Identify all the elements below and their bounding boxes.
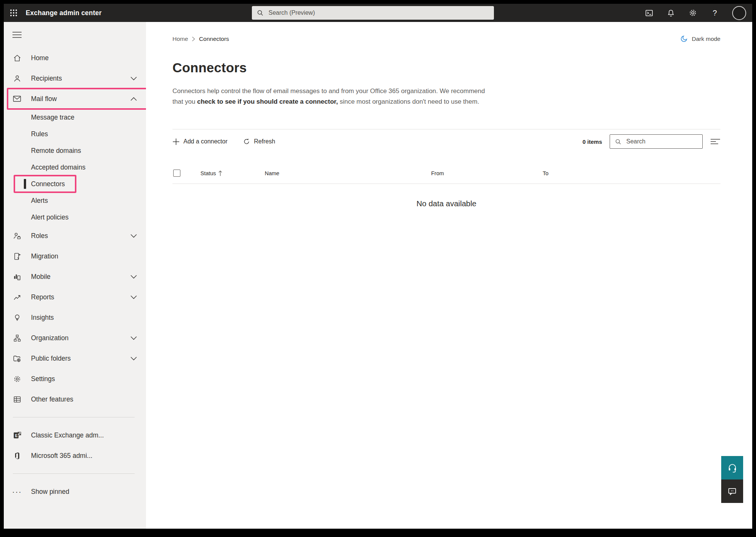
sidebar-item-connectors[interactable]: Connectors	[4, 176, 146, 192]
sidebar-item-alerts[interactable]: Alerts	[4, 192, 146, 209]
left-navigation: Home Recipients	[4, 22, 146, 529]
breadcrumb-current: Connectors	[199, 36, 229, 42]
column-header-name[interactable]: Name	[265, 170, 431, 176]
sidebar-item-mail-flow[interactable]: Mail flow	[4, 89, 146, 109]
sidebar-item-reports[interactable]: Reports	[4, 287, 146, 307]
annotation-highlight-mail-flow	[7, 88, 146, 110]
global-search-input[interactable]: Search (Preview)	[252, 6, 494, 20]
feedback-button[interactable]	[721, 479, 743, 503]
chevron-down-icon	[130, 336, 137, 340]
breadcrumb: Home Connectors	[172, 36, 229, 42]
headset-icon	[727, 463, 737, 473]
help-button[interactable]: ?	[710, 8, 719, 17]
mail-icon	[12, 94, 22, 103]
hamburger-icon	[12, 31, 22, 39]
gear-icon	[688, 8, 697, 17]
chevron-down-icon	[130, 234, 137, 238]
list-search-input[interactable]: Search	[610, 134, 703, 149]
dark-mode-toggle[interactable]: Dark mode	[680, 35, 720, 43]
dark-mode-label: Dark mode	[692, 36, 720, 42]
sidebar-item-label: Settings	[31, 375, 55, 383]
person-icon	[12, 74, 22, 83]
selected-indicator	[24, 179, 26, 189]
search-icon	[615, 138, 622, 145]
sidebar-item-rules[interactable]: Rules	[4, 126, 146, 142]
sidebar-item-label: Migration	[31, 252, 58, 260]
sidebar-item-label: Mail flow	[31, 95, 57, 103]
sidebar-item-microsoft-365-admin[interactable]: Microsoft 365 admi...	[4, 445, 146, 466]
bell-icon	[667, 9, 675, 17]
refresh-button[interactable]: Refresh	[243, 138, 275, 145]
chat-bubble-icon	[727, 486, 737, 496]
home-icon	[12, 53, 22, 62]
cloud-shell-button[interactable]	[644, 8, 654, 17]
sidebar-item-remote-domains[interactable]: Remote domains	[4, 142, 146, 159]
create-connector-link[interactable]: check to see if you should create a conn…	[197, 98, 338, 105]
sidebar-item-label: Recipients	[31, 75, 62, 82]
notifications-button[interactable]	[666, 8, 675, 17]
terminal-icon	[645, 9, 654, 17]
sidebar-item-label: Mobile	[31, 273, 51, 281]
svg-text:E: E	[15, 433, 17, 437]
sidebar-item-label: Message trace	[31, 114, 75, 121]
select-all-checkbox[interactable]	[173, 170, 180, 177]
breadcrumb-home-link[interactable]: Home	[172, 36, 188, 42]
sidebar-item-other-features[interactable]: Other features	[4, 389, 146, 409]
sidebar-item-message-trace[interactable]: Message trace	[4, 109, 146, 126]
sidebar-item-roles[interactable]: Roles	[4, 226, 146, 246]
lightbulb-icon	[12, 313, 22, 322]
items-count: 0 items	[582, 139, 602, 145]
page-description: Connectors help control the flow of emai…	[172, 86, 489, 107]
refresh-label: Refresh	[254, 138, 275, 145]
settings-button[interactable]	[688, 8, 697, 17]
folder-globe-icon	[12, 354, 22, 363]
question-mark-icon: ?	[713, 9, 717, 17]
main-content: Home Connectors Dark mode Connectors Con…	[146, 22, 752, 529]
sidebar-item-show-pinned[interactable]: ··· Show pinned	[4, 481, 146, 502]
sort-ascending-icon	[218, 170, 222, 176]
chevron-down-icon	[130, 76, 137, 81]
sidebar-item-label: Reports	[31, 293, 54, 301]
topbar-actions: ?	[644, 6, 752, 20]
sidebar-item-insights[interactable]: Insights	[4, 307, 146, 328]
sidebar-item-classic-exchange-admin[interactable]: E Classic Exchange adm...	[4, 425, 146, 445]
table-header-row: Status Name From To	[172, 170, 720, 184]
chevron-up-icon	[130, 97, 137, 101]
global-search-placeholder: Search (Preview)	[269, 9, 315, 16]
moon-icon	[680, 35, 688, 43]
exchange-admin-center-window: Exchange admin center Search (Preview)	[4, 4, 752, 529]
chevron-down-icon	[130, 295, 137, 299]
sidebar-item-label: Home	[31, 54, 49, 62]
sidebar-item-public-folders[interactable]: Public folders	[4, 348, 146, 369]
sidebar-item-label: Microsoft 365 admi...	[31, 452, 92, 460]
sidebar-item-label: Public folders	[31, 355, 71, 363]
sidebar-item-mobile[interactable]: Mobile	[4, 266, 146, 287]
collapse-nav-button[interactable]	[4, 27, 25, 42]
list-search-placeholder: Search	[626, 138, 646, 145]
app-launcher-button[interactable]	[4, 4, 23, 22]
add-connector-label: Add a connector	[183, 138, 228, 145]
add-connector-button[interactable]: Add a connector	[172, 138, 228, 145]
mobile-icon	[12, 272, 22, 281]
column-header-status[interactable]: Status	[200, 170, 265, 176]
sidebar-item-settings[interactable]: Settings	[4, 369, 146, 389]
sidebar-item-migration[interactable]: Migration	[4, 246, 146, 266]
microsoft-365-logo-icon	[12, 451, 22, 460]
empty-state-message: No data available	[172, 199, 720, 208]
chevron-down-icon	[130, 275, 137, 279]
sidebar-divider	[13, 473, 135, 474]
sidebar-item-accepted-domains[interactable]: Accepted domains	[4, 159, 146, 176]
sidebar-item-label: Roles	[31, 232, 48, 240]
sidebar-item-recipients[interactable]: Recipients	[4, 68, 146, 89]
column-header-from[interactable]: From	[431, 170, 543, 176]
gear-icon	[12, 374, 22, 383]
column-header-to[interactable]: To	[543, 170, 720, 176]
search-icon	[256, 9, 264, 17]
sidebar-item-home[interactable]: Home	[4, 48, 146, 68]
sidebar-item-alert-policies[interactable]: Alert policies	[4, 209, 146, 226]
account-avatar[interactable]	[732, 6, 746, 20]
help-support-button[interactable]	[721, 456, 743, 479]
sidebar-item-organization[interactable]: Organization	[4, 328, 146, 348]
org-chart-icon	[12, 333, 22, 342]
filter-button[interactable]	[710, 138, 720, 145]
